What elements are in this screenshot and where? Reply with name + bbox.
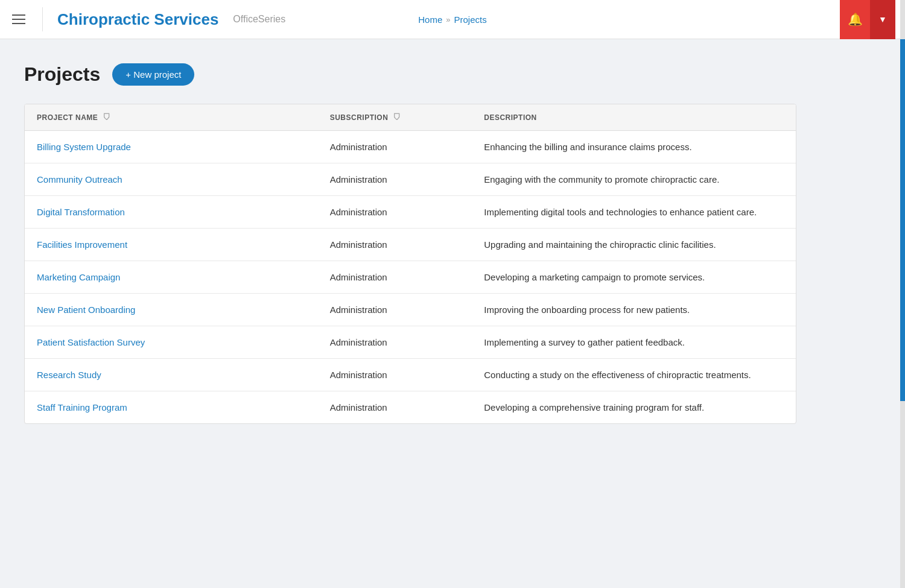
header-divider	[42, 7, 43, 31]
cell-description: Developing a comprehensive training prog…	[472, 391, 796, 424]
cell-subscription: Administration	[318, 294, 472, 326]
bell-button[interactable]: 🔔	[840, 0, 870, 39]
project-name-link[interactable]: Facilities Improvement	[37, 239, 127, 250]
scrollbar-thumb	[900, 39, 905, 401]
cell-subscription: Administration	[318, 229, 472, 261]
project-name-link[interactable]: Marketing Campaign	[37, 272, 120, 282]
table-row: Staff Training ProgramAdministrationDeve…	[25, 391, 796, 424]
cell-description: Implementing a survey to gather patient …	[472, 326, 796, 359]
project-name-link[interactable]: Patient Satisfaction Survey	[37, 337, 145, 347]
filter-icon-subscription[interactable]: ⛉	[393, 113, 401, 122]
main-content: Projects + New project PROJECT NAME ⛉ SU…	[0, 39, 821, 448]
cell-description: Upgrading and maintaining the chiropract…	[472, 229, 796, 261]
cell-subscription: Administration	[318, 326, 472, 359]
app-subtitle: OfficeSeries	[233, 14, 285, 25]
cell-subscription: Administration	[318, 261, 472, 294]
cell-project-name: Marketing Campaign	[25, 261, 318, 294]
project-name-link[interactable]: Digital Transformation	[37, 207, 125, 217]
user-dropdown-button[interactable]: ▼	[870, 0, 895, 39]
header-right: 🔔 ▼	[840, 0, 895, 39]
cell-project-name: Billing System Upgrade	[25, 131, 318, 163]
table-row: Billing System UpgradeAdministrationEnha…	[25, 131, 796, 163]
table-row: Facilities ImprovementAdministrationUpgr…	[25, 229, 796, 261]
app-title: Chiropractic Services	[57, 10, 218, 29]
projects-table-container: PROJECT NAME ⛉ SUBSCRIPTION ⛉ DESCRIPTIO…	[24, 104, 796, 424]
projects-table: PROJECT NAME ⛉ SUBSCRIPTION ⛉ DESCRIPTIO…	[25, 104, 796, 423]
cell-subscription: Administration	[318, 163, 472, 196]
page-header: Projects + New project	[24, 63, 796, 86]
col-header-description: DESCRIPTION	[472, 104, 796, 131]
app-header: Chiropractic Services OfficeSeries Home …	[0, 0, 905, 39]
cell-description: Enhancing the billing and insurance clai…	[472, 131, 796, 163]
breadcrumb-separator: »	[446, 15, 450, 24]
bell-icon: 🔔	[848, 12, 863, 27]
project-name-link[interactable]: Billing System Upgrade	[37, 142, 131, 152]
scrollbar-track	[900, 0, 905, 448]
table-row: Marketing CampaignAdministrationDevelopi…	[25, 261, 796, 294]
cell-description: Developing a marketing campaign to promo…	[472, 261, 796, 294]
table-body: Billing System UpgradeAdministrationEnha…	[25, 131, 796, 424]
cell-project-name: Facilities Improvement	[25, 229, 318, 261]
table-row: Community OutreachAdministrationEngaging…	[25, 163, 796, 196]
cell-subscription: Administration	[318, 196, 472, 229]
breadcrumb-current: Projects	[454, 14, 487, 25]
cell-project-name: New Patient Onboarding	[25, 294, 318, 326]
cell-project-name: Research Study	[25, 359, 318, 391]
table-row: Digital TransformationAdministrationImpl…	[25, 196, 796, 229]
page-title: Projects	[24, 63, 100, 86]
table-row: Research StudyAdministrationConducting a…	[25, 359, 796, 391]
cell-project-name: Community Outreach	[25, 163, 318, 196]
col-header-subscription: SUBSCRIPTION ⛉	[318, 104, 472, 131]
cell-subscription: Administration	[318, 391, 472, 424]
new-project-button[interactable]: + New project	[112, 63, 194, 86]
cell-description: Improving the onboarding process for new…	[472, 294, 796, 326]
cell-project-name: Digital Transformation	[25, 196, 318, 229]
filter-icon-name[interactable]: ⛉	[103, 113, 111, 122]
cell-description: Engaging with the community to promote c…	[472, 163, 796, 196]
project-name-link[interactable]: Research Study	[37, 370, 101, 380]
nav-home-link[interactable]: Home	[418, 14, 442, 25]
project-name-link[interactable]: New Patient Onboarding	[37, 305, 135, 315]
project-name-link[interactable]: Community Outreach	[37, 174, 122, 185]
cell-subscription: Administration	[318, 359, 472, 391]
header-left: Chiropractic Services OfficeSeries	[10, 7, 285, 31]
table-header-row: PROJECT NAME ⛉ SUBSCRIPTION ⛉ DESCRIPTIO…	[25, 104, 796, 131]
chevron-down-icon: ▼	[878, 14, 887, 24]
breadcrumb-nav: Home » Projects	[418, 14, 486, 25]
table-row: Patient Satisfaction SurveyAdministratio…	[25, 326, 796, 359]
cell-subscription: Administration	[318, 131, 472, 163]
col-header-name: PROJECT NAME ⛉	[25, 104, 318, 131]
cell-description: Conducting a study on the effectiveness …	[472, 359, 796, 391]
table-header: PROJECT NAME ⛉ SUBSCRIPTION ⛉ DESCRIPTIO…	[25, 104, 796, 131]
project-name-link[interactable]: Staff Training Program	[37, 402, 127, 413]
hamburger-menu[interactable]	[10, 12, 28, 27]
cell-project-name: Staff Training Program	[25, 391, 318, 424]
cell-description: Implementing digital tools and technolog…	[472, 196, 796, 229]
table-row: New Patient OnboardingAdministrationImpr…	[25, 294, 796, 326]
cell-project-name: Patient Satisfaction Survey	[25, 326, 318, 359]
